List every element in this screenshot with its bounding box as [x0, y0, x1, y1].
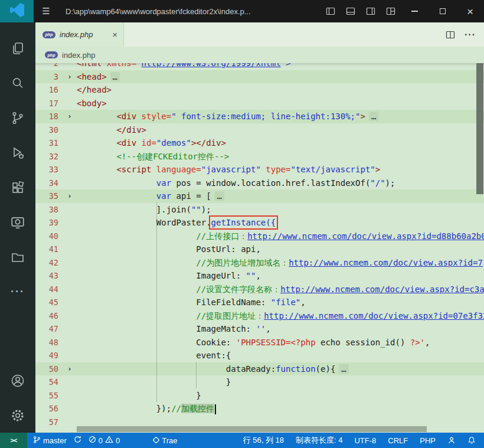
- code-line[interactable]: 39WordPaster.getInstance({: [35, 216, 484, 230]
- line-number: 31: [35, 136, 63, 150]
- code-line[interactable]: 35›var api = […: [35, 189, 484, 203]
- code-line[interactable]: 32<!--创建FCKEditor控件-->: [35, 150, 484, 163]
- code-line[interactable]: 55}: [35, 389, 484, 403]
- horizontal-scrollbar[interactable]: [77, 426, 427, 432]
- split-editor-icon[interactable]: [446, 30, 455, 40]
- source-control-icon[interactable]: [0, 100, 35, 135]
- line-number: 49: [35, 349, 63, 362]
- errors-count: 0: [99, 436, 103, 445]
- editor[interactable]: 2<html xmlns="http://www.w3.org/1999/xht…: [35, 63, 484, 433]
- fold-gutter: [63, 230, 77, 243]
- tab-label: index.php: [60, 30, 106, 39]
- more-views-icon[interactable]: ···: [0, 274, 35, 309]
- code-line[interactable]: 30</div>: [35, 123, 484, 137]
- comment-url-link[interactable]: http://www.w3.org/1999/xhtml: [142, 63, 281, 68]
- code-line[interactable]: 17<body>: [35, 97, 484, 110]
- fold-chevron-icon[interactable]: ›: [63, 70, 77, 84]
- line-number: 55: [35, 389, 63, 403]
- customize-layout-icon[interactable]: [381, 0, 401, 22]
- account-icon[interactable]: [0, 363, 35, 398]
- code-line[interactable]: 16</head>: [35, 83, 484, 97]
- code-line[interactable]: 48Cookie: 'PHPSESSID=<?php echo session_…: [35, 336, 484, 349]
- settings-gear-icon[interactable]: [0, 398, 35, 433]
- status-problems[interactable]: 0 0: [85, 433, 123, 448]
- close-button[interactable]: ×: [456, 0, 484, 22]
- fold-chevron-icon[interactable]: ›: [63, 362, 77, 376]
- code-line[interactable]: 34var pos = window.location.href.lastInd…: [35, 176, 484, 190]
- code-line[interactable]: 45FileFieldName: "file",: [35, 296, 484, 309]
- status-cursor-position[interactable]: 行 56, 列 18: [240, 433, 287, 448]
- comment-url-link[interactable]: http://www.ncmem.com/doc/view.aspx?id=7: [289, 258, 483, 267]
- notifications-bell-icon[interactable]: [464, 433, 479, 448]
- remote-explorer-icon[interactable]: [0, 205, 35, 240]
- fold-gutter: [63, 243, 77, 256]
- status-trae[interactable]: Trae: [149, 433, 181, 448]
- run-debug-icon[interactable]: [0, 135, 35, 170]
- menu-icon[interactable]: ☰: [34, 0, 58, 22]
- vscode-window: ☰ D:\app\wamp64\www\wordpaster\fckeditor…: [0, 0, 484, 448]
- php-file-icon: php: [45, 51, 58, 58]
- toggle-sidebar-icon[interactable]: [321, 0, 341, 22]
- fold-chevron-icon[interactable]: ›: [63, 110, 77, 123]
- code-line[interactable]: 54}: [35, 375, 484, 389]
- editor-more-actions-icon[interactable]: ···: [465, 30, 476, 40]
- app-logo: [0, 0, 34, 22]
- code-line[interactable]: 38].join("");: [35, 203, 484, 217]
- breadcrumb-file[interactable]: index.php: [62, 51, 95, 60]
- search-icon[interactable]: [0, 66, 35, 100]
- fold-gutter: [63, 416, 77, 429]
- code-line[interactable]: 56});//加载控件: [35, 402, 484, 416]
- tab-bar: php index.php × ···: [35, 22, 484, 47]
- code-line[interactable]: 33<script language="javascript" type="te…: [35, 163, 484, 176]
- folders-icon[interactable]: [0, 240, 35, 274]
- status-sync[interactable]: [70, 433, 85, 448]
- status-branch[interactable]: master: [30, 433, 70, 448]
- code-line[interactable]: 18›<div style=" font-size:medium; line-h…: [35, 110, 484, 123]
- status-eol[interactable]: CRLF: [384, 433, 411, 448]
- remote-indicator[interactable]: ><: [0, 433, 27, 448]
- status-tab-size[interactable]: 制表符长度: 4: [292, 433, 346, 448]
- code-line[interactable]: 44//设置文件字段名称：http://www.ncmem.com/doc/vi…: [35, 283, 484, 296]
- feedback-icon[interactable]: [444, 433, 459, 448]
- code-line[interactable]: 2<html xmlns="http://www.w3.org/1999/xht…: [35, 63, 484, 70]
- code-line[interactable]: 49event:{: [35, 349, 484, 362]
- fold-chevron-icon[interactable]: ›: [63, 189, 77, 203]
- comment-url-link[interactable]: http://www.ncmem.com/doc/view.aspx?id=07…: [264, 311, 484, 321]
- code-line[interactable]: 50›dataReady:function(e){…: [35, 362, 484, 376]
- fold-gutter: [63, 150, 77, 163]
- fold-gutter: [63, 216, 77, 230]
- status-encoding[interactable]: UTF-8: [351, 433, 380, 448]
- line-number: 34: [35, 176, 63, 190]
- text-cursor: [215, 404, 216, 414]
- code-line[interactable]: 31<div id="demos"></div>: [35, 136, 484, 150]
- line-number: 33: [35, 163, 63, 176]
- code-line[interactable]: 42//为图片地址增加域名：http://www.ncmem.com/doc/v…: [35, 256, 484, 270]
- toggle-secondary-sidebar-icon[interactable]: [361, 0, 381, 22]
- tab-close-icon[interactable]: ×: [112, 30, 117, 40]
- tab-index-php[interactable]: php index.php ×: [35, 22, 124, 47]
- extensions-icon[interactable]: [0, 170, 35, 205]
- remote-icon: ><: [11, 437, 17, 444]
- code-line[interactable]: 43ImageUrl: "",: [35, 269, 484, 283]
- fold-gutter: [63, 83, 77, 97]
- vertical-scrollbar[interactable]: [476, 63, 483, 194]
- comment-url-link[interactable]: http://www.ncmem.com/doc/view.aspx?id=d8…: [247, 231, 484, 241]
- explorer-icon[interactable]: [0, 31, 35, 66]
- code-line[interactable]: 41PostUrl: api,: [35, 243, 484, 256]
- line-number: 40: [35, 230, 63, 243]
- comment-url-link[interactable]: http://www.ncmem.com/doc/view.aspx?id=c3…: [280, 285, 484, 294]
- vscode-logo-icon: [10, 3, 24, 19]
- fold-gutter: [63, 336, 77, 349]
- code-line[interactable]: 40//上传接口：http://www.ncmem.com/doc/view.a…: [35, 230, 484, 243]
- annotation-highlight-box: getInstance({: [211, 218, 276, 227]
- code-line[interactable]: 47ImageMatch: '',: [35, 322, 484, 336]
- maximize-button[interactable]: [429, 0, 456, 22]
- indent-guide: [196, 362, 197, 388]
- toggle-panel-icon[interactable]: [341, 0, 361, 22]
- minimize-button[interactable]: [401, 0, 429, 22]
- status-language[interactable]: PHP: [416, 433, 439, 448]
- fold-gutter: [63, 375, 77, 389]
- line-number: 18: [35, 110, 63, 123]
- code-line[interactable]: 3›<head>…: [35, 70, 484, 84]
- code-line[interactable]: 46//提取图片地址：http://www.ncmem.com/doc/view…: [35, 309, 484, 323]
